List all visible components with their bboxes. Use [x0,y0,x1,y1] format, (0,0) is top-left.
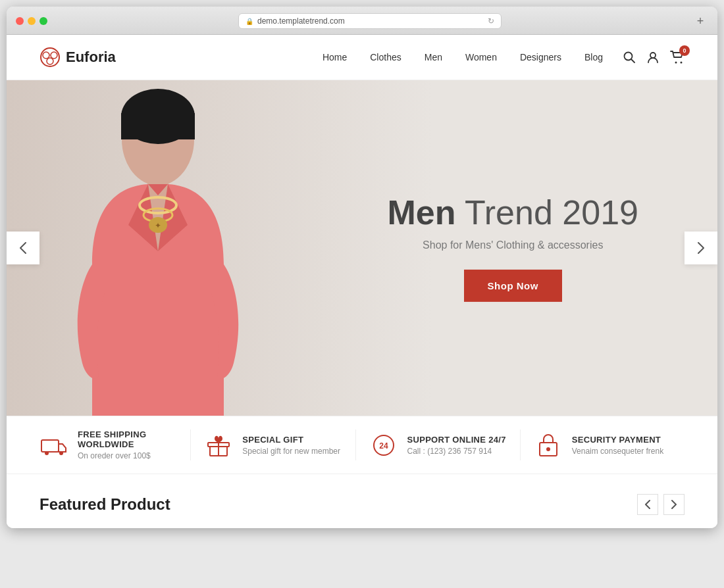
shipping-icon [41,435,67,456]
svg-rect-17 [41,440,59,452]
refresh-icon: ↻ [488,16,494,26]
arrow-right-icon [671,499,677,510]
support-icon-wrap: 24 [369,431,398,460]
featured-next-button[interactable] [663,494,685,515]
security-icon-wrap [534,431,563,460]
nav-icons: 0 [623,51,685,64]
svg-point-8 [681,62,683,64]
feature-support: 24 SUPPORT ONLINE 24/7 Call : (123) 236 … [356,429,521,460]
nav-home[interactable]: Home [323,52,347,62]
support-desc: Call : (123) 236 757 914 [407,447,506,456]
hero-slider: ✦ Men Trend 2019 Shop for Mens' Clothing… [7,80,717,416]
gift-text: SPECIAL GIFT Special gift for new member [242,435,340,456]
chevron-left-icon [19,241,27,255]
logo-icon [39,47,61,68]
nav-women[interactable]: Women [465,52,497,62]
nav-men[interactable]: Men [425,52,442,62]
support-icon: 24 [372,433,396,457]
minimize-dot[interactable] [28,17,36,25]
feature-shipping: FREE SHIPPING WORLDWIDE On oreder over 1… [39,429,191,460]
chevron-right-icon [697,241,705,255]
new-tab-button[interactable]: + [692,13,708,29]
shipping-desc: On oreder over 100$ [78,451,177,460]
nav-clothes[interactable]: Clothes [370,52,401,62]
security-icon [537,433,559,457]
shipping-icon-wrap [39,431,68,460]
svg-rect-11 [121,113,195,139]
search-icon [623,51,636,64]
hero-content: Men Trend 2019 Shop for Mens' Clothing &… [387,194,638,302]
browser-window: 🔒 demo.templatetrend.com ↻ + Euforia Hom… [7,7,717,528]
hero-title-bold: Men [387,193,455,232]
svg-point-1 [43,52,49,59]
shipping-text: FREE SHIPPING WORLDWIDE On oreder over 1… [78,429,177,460]
user-button[interactable] [646,51,659,64]
nav-blog[interactable]: Blog [584,52,603,62]
featured-section: Featured Product [7,474,717,528]
svg-point-19 [59,451,63,455]
lock-icon: 🔒 [246,18,253,25]
svg-point-7 [675,62,677,64]
site-header: Euforia Home Clothes Men Women Designers… [7,35,717,80]
security-desc: Venaim consequeter frenk [572,447,663,456]
main-nav: Home Clothes Men Women Designers Blog [323,52,603,62]
logo[interactable]: Euforia [39,47,116,68]
featured-title: Featured Product [39,495,170,514]
svg-point-18 [45,451,49,455]
close-dot[interactable] [16,17,24,25]
svg-text:✦: ✦ [155,221,161,230]
slider-prev-button[interactable] [7,232,39,264]
feature-security: SECURITY PAYMENT Venaim consequeter fren… [521,429,685,460]
feature-gift: SPECIAL GIFT Special gift for new member [191,429,355,460]
hero-title-rest: Trend 2019 [455,193,638,232]
security-title: SECURITY PAYMENT [572,435,663,445]
featured-prev-button[interactable] [637,494,658,515]
hero-figure: ✦ [33,80,283,416]
gift-desc: Special gift for new member [242,447,340,456]
maximize-dot[interactable] [39,17,47,25]
user-icon [646,51,659,64]
url-text: demo.templatetrend.com [257,16,345,26]
shop-now-button[interactable]: Shop Now [464,270,562,302]
svg-text:24: 24 [379,441,388,451]
shipping-title: FREE SHIPPING WORLDWIDE [78,429,177,449]
featured-header: Featured Product [39,494,685,515]
search-button[interactable] [623,51,636,64]
svg-point-3 [47,58,53,64]
svg-point-6 [650,53,656,58]
address-bar[interactable]: 🔒 demo.templatetrend.com ↻ [238,13,502,29]
arrow-left-icon [644,499,651,510]
gift-icon-wrap [204,431,233,460]
security-text: SECURITY PAYMENT Venaim consequeter fren… [572,435,663,456]
cart-badge: 0 [679,45,690,56]
hero-man-svg: ✦ [33,80,283,416]
gift-title: SPECIAL GIFT [242,435,340,445]
support-text: SUPPORT ONLINE 24/7 Call : (123) 236 757… [407,435,506,456]
slider-next-button[interactable] [685,232,717,264]
hero-subtitle: Shop for Mens' Clothing & accessories [387,239,638,251]
features-bar: FREE SHIPPING WORLDWIDE On oreder over 1… [7,416,717,474]
nav-designers[interactable]: Designers [520,52,561,62]
svg-point-2 [51,52,57,59]
hero-title: Men Trend 2019 [387,194,638,232]
featured-nav [637,494,685,515]
window-controls [16,17,47,25]
website-content: Euforia Home Clothes Men Women Designers… [7,35,717,528]
gift-icon [207,433,230,457]
browser-toolbar: 🔒 demo.templatetrend.com ↻ + [7,7,717,35]
cart-button[interactable]: 0 [670,51,685,64]
logo-text: Euforia [66,49,116,66]
svg-point-26 [546,447,550,451]
support-title: SUPPORT ONLINE 24/7 [407,435,506,445]
svg-line-5 [631,59,634,62]
